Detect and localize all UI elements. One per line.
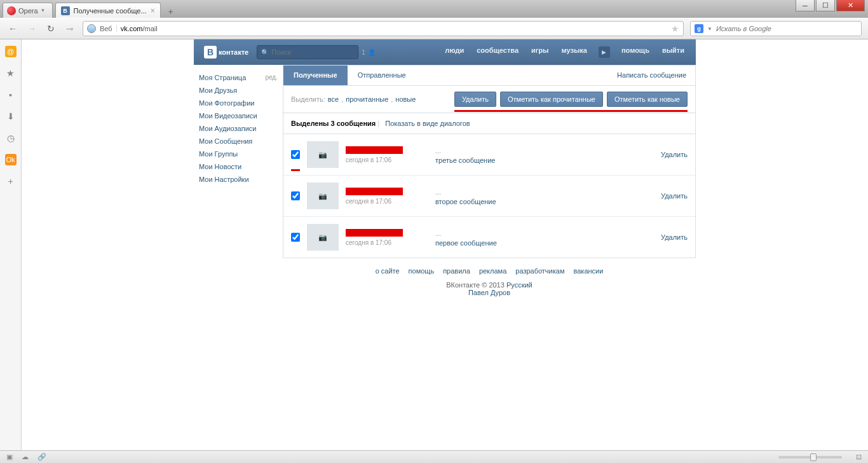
footer-rules[interactable]: правила [443, 267, 470, 275]
chevron-down-icon: ▼ [41, 8, 46, 13]
edit-link[interactable]: ред. [265, 74, 278, 81]
sidebar-item-messages[interactable]: Мои Сообщения [198, 135, 279, 148]
forward-button[interactable]: → [25, 22, 38, 35]
vk-left-menu: Моя Страницаред. Мои Друзья Мои Фотограф… [194, 65, 283, 305]
camera-icon: 📷 [318, 233, 327, 242]
mail-panel-icon[interactable]: @ [5, 46, 17, 57]
nav-more-icon[interactable]: ▶ [599, 46, 610, 58]
sidebar-item-news[interactable]: Мои Новости [198, 160, 279, 173]
sidebar-item-friends[interactable]: Мои Друзья [198, 84, 279, 97]
filter-read[interactable]: прочитанные [346, 95, 388, 103]
nav-help[interactable]: помощь [615, 46, 656, 58]
back-button[interactable]: ← [6, 22, 19, 35]
window-minimize[interactable]: ─ [796, 0, 815, 11]
vk-logo[interactable]: В контакте [199, 46, 254, 59]
reload-button[interactable]: ↻ [44, 22, 57, 35]
bookmark-star-icon[interactable]: ★ [671, 24, 679, 34]
new-tab-button[interactable]: + [163, 5, 179, 18]
opera-label: Opera [18, 7, 38, 15]
person-icon: 👤 [368, 49, 376, 56]
footer-jobs[interactable]: вакансии [573, 267, 603, 275]
message-preview[interactable]: первое сообщение [435, 239, 654, 247]
history-panel-icon[interactable]: ◷ [5, 132, 17, 144]
show-dialogs-link[interactable]: Показать в виде диалогов [385, 120, 470, 127]
message-date: сегодня в 17:06 [346, 239, 428, 246]
message-row[interactable]: 📷 сегодня в 17:06 ... второе сообщение У… [283, 175, 695, 216]
camera-icon: 📷 [318, 151, 327, 159]
filter-all[interactable]: все [328, 95, 339, 103]
message-preview[interactable]: третье сообщение [435, 156, 654, 164]
window-close[interactable]: ✕ [836, 0, 865, 11]
message-delete-link[interactable]: Удалить [661, 151, 688, 158]
footer-ads[interactable]: реклама [479, 267, 506, 275]
search-input[interactable] [716, 25, 857, 32]
nav-people[interactable]: люди [438, 46, 470, 58]
browser-panel-sidebar: @ ★ ▪ ⬇ ◷ Ok + [0, 39, 22, 450]
browser-tab-bar: Opera ▼ B Полученные сообще... × + [0, 0, 868, 18]
message-date: сегодня в 17:06 [346, 198, 428, 205]
browser-toolbar: ← → ↻ ⊸ Веб vk.com/mail ★ g ▼ [0, 18, 868, 39]
sender-name-redacted [346, 188, 403, 195]
ok-panel-icon[interactable]: Ok [5, 154, 17, 165]
browser-tab[interactable]: B Полученные сообще... × [55, 3, 161, 18]
message-dots: ... [435, 147, 654, 155]
window-maximize[interactable]: ☐ [816, 0, 835, 11]
sidebar-item-mypage[interactable]: Моя Страницаред. [198, 71, 279, 84]
nav-music[interactable]: музыка [555, 46, 593, 58]
nav-communities[interactable]: сообщества [470, 46, 525, 58]
tab-sent[interactable]: Отправленные [348, 66, 416, 85]
footer-about[interactable]: о сайте [376, 267, 400, 275]
vk-logo-icon: В [204, 46, 217, 59]
vk-search[interactable]: 🔍 1 👤 [257, 45, 358, 59]
compose-link[interactable]: Написать сообщение [608, 66, 695, 85]
vk-search-input[interactable] [271, 48, 359, 56]
nav-logout[interactable]: выйти [656, 46, 691, 58]
selection-info: Выделены 3 сообщения | Показать в виде д… [283, 113, 696, 134]
footer-dev[interactable]: разработчикам [515, 267, 564, 275]
message-date: сегодня в 17:06 [346, 156, 428, 163]
filter-new[interactable]: новые [395, 95, 416, 103]
message-delete-link[interactable]: Удалить [661, 192, 688, 200]
message-row[interactable]: 📷 сегодня в 17:06 ... третье сообщение У… [283, 134, 695, 175]
google-icon: g [695, 24, 703, 33]
message-delete-link[interactable]: Удалить [661, 233, 688, 241]
bookmarks-panel-icon[interactable]: ★ [5, 67, 17, 79]
message-preview[interactable]: второе сообщение [435, 198, 654, 205]
tab-received[interactable]: Полученные [283, 66, 348, 85]
opera-menu-button[interactable]: Opera ▼ [3, 3, 53, 18]
search-bar[interactable]: g ▼ [690, 21, 862, 36]
annotation-mark [291, 169, 300, 171]
message-dots: ... [435, 230, 654, 237]
sidebar-item-videos[interactable]: Мои Видеозаписи [198, 109, 279, 122]
mail-tabs: Полученные Отправленные Написать сообщен… [283, 65, 696, 86]
delete-button[interactable]: Удалить [454, 92, 496, 107]
footer-help[interactable]: помощь [409, 267, 435, 275]
wand-button[interactable]: ⊸ [64, 22, 76, 35]
footer-lang[interactable]: Русский [506, 281, 532, 289]
message-checkbox[interactable] [291, 233, 300, 242]
downloads-panel-icon[interactable]: ⬇ [5, 111, 17, 122]
message-row[interactable]: 📷 сегодня в 17:06 ... первое сообщение У… [283, 216, 695, 258]
search-icon: 🔍 [261, 49, 269, 56]
footer-author[interactable]: Павел Дуров [468, 289, 510, 296]
message-checkbox[interactable] [291, 191, 300, 200]
add-panel-icon[interactable]: + [5, 176, 17, 187]
chevron-down-icon[interactable]: ▼ [707, 26, 712, 32]
avatar: 📷 [307, 224, 339, 251]
tab-close-icon[interactable]: × [151, 6, 155, 15]
annotation-underline [454, 110, 688, 112]
globe-icon [87, 24, 96, 33]
opera-logo-icon [7, 6, 16, 15]
mark-new-button[interactable]: Отметить как новые [607, 92, 688, 107]
mark-read-button[interactable]: Отметить как прочитанные [500, 92, 603, 107]
tab-title: Полученные сообще... [74, 7, 147, 15]
sidebar-item-audio[interactable]: Мои Аудиозаписи [198, 122, 279, 135]
sidebar-item-photos[interactable]: Мои Фотографии [198, 97, 279, 109]
address-bar[interactable]: Веб vk.com/mail ★ [83, 21, 684, 36]
nav-games[interactable]: игры [525, 46, 555, 58]
message-checkbox[interactable] [291, 150, 300, 159]
sidebar-item-settings[interactable]: Мои Настройки [198, 173, 279, 186]
vk-header: В контакте 🔍 1 👤 люди сообщества игры му… [194, 39, 696, 65]
sidebar-item-groups[interactable]: Мои Группы [198, 148, 279, 160]
notes-panel-icon[interactable]: ▪ [5, 89, 17, 100]
